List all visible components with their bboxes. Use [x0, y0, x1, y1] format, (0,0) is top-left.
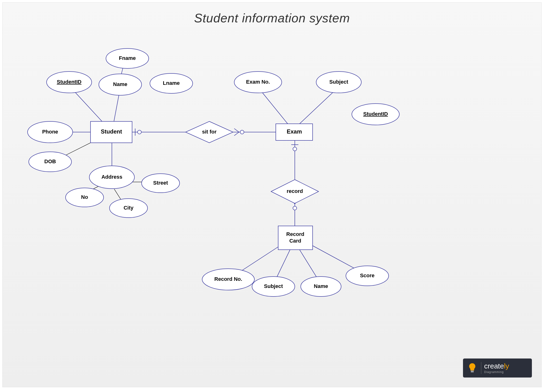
relationship-sitfor: sit for — [185, 121, 233, 143]
lightbulb-icon — [466, 362, 478, 374]
attr-exam-no: Exam No. — [234, 71, 282, 93]
svg-text:Name: Name — [113, 81, 127, 87]
entity-exam-label: Exam — [287, 128, 302, 135]
attr-name-rec: Name — [301, 277, 341, 297]
relationship-record-label: record — [287, 188, 303, 194]
attr-record-no: Record No. — [202, 269, 254, 290]
svg-text:Score: Score — [360, 273, 374, 279]
svg-text:No: No — [81, 194, 88, 200]
svg-text:DOB: DOB — [44, 159, 56, 164]
logo-text: creately Diagramming — [484, 362, 509, 374]
attr-no: No — [65, 188, 104, 207]
attr-subject-rec: Subject — [252, 277, 295, 297]
attr-studentid-exam: StudentID — [352, 104, 399, 125]
attr-dob: DOB — [29, 152, 71, 172]
svg-text:Address: Address — [101, 174, 122, 180]
svg-text:Name: Name — [314, 283, 328, 289]
logo-accent: ly — [504, 362, 509, 370]
entity-record-card-l2: Card — [289, 238, 301, 244]
entity-exam: Exam — [276, 124, 313, 140]
logo-tagline: Diagramming — [484, 371, 509, 374]
attr-score: Score — [346, 266, 389, 286]
cardinality-marks — [135, 129, 298, 210]
attr-studentid: StudentID — [47, 71, 92, 93]
attr-address: Address — [89, 166, 135, 189]
svg-text:Record No.: Record No. — [214, 276, 242, 282]
entity-student-label: Student — [101, 128, 122, 135]
creately-logo: creately Diagramming — [463, 358, 532, 378]
attr-fname: Fname — [106, 48, 149, 68]
svg-text:Lname: Lname — [163, 80, 180, 86]
svg-text:Subject: Subject — [329, 79, 348, 85]
svg-rect-64 — [471, 371, 474, 371]
svg-text:StudentID: StudentID — [363, 111, 388, 117]
er-diagram: Student Exam Record Card sit for record … — [3, 3, 542, 387]
svg-text:Fname: Fname — [119, 55, 136, 61]
svg-point-20 — [137, 130, 141, 134]
relationship-record: record — [271, 180, 319, 203]
entity-record-card-l1: Record — [286, 231, 304, 237]
svg-text:Exam No.: Exam No. — [246, 79, 270, 85]
entity-record-card: Record Card — [278, 226, 313, 250]
svg-text:StudentID: StudentID — [57, 79, 82, 85]
svg-text:City: City — [124, 205, 134, 211]
svg-point-21 — [240, 130, 244, 134]
svg-rect-65 — [471, 372, 474, 372]
attr-phone: Phone — [28, 121, 73, 143]
attr-subject-exam: Subject — [316, 71, 361, 93]
attr-city: City — [110, 199, 148, 218]
diagram-canvas: Student information system — [2, 2, 542, 387]
svg-text:Street: Street — [153, 180, 168, 186]
svg-point-24 — [293, 206, 297, 210]
attr-lname: Lname — [150, 73, 193, 93]
logo-name: create — [484, 362, 504, 370]
svg-text:Phone: Phone — [42, 129, 58, 135]
attr-name: Name — [99, 74, 142, 95]
entity-student: Student — [90, 121, 132, 143]
svg-text:Subject: Subject — [264, 283, 283, 289]
relationship-sitfor-label: sit for — [202, 129, 217, 135]
svg-point-23 — [293, 147, 297, 151]
attr-street: Street — [142, 174, 180, 193]
logo-divider — [481, 362, 481, 374]
